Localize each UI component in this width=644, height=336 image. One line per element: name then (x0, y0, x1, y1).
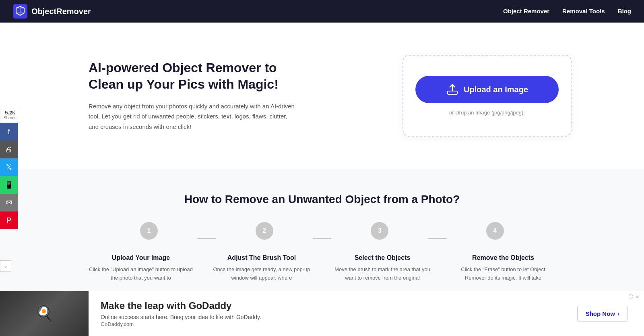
howto-section: How to Remove an Unwanted Object from a … (0, 169, 644, 307)
upload-icon (446, 83, 459, 96)
step-desc-4: Click the "Erase" button to let Object R… (451, 265, 555, 282)
ad-image: 🍳 (0, 291, 89, 307)
hero-description: Remove any object from your photos quick… (89, 101, 298, 132)
step-number-2: 2 (256, 222, 273, 240)
facebook-share-button[interactable]: f (0, 123, 18, 141)
whatsapp-share-button[interactable]: 📱 (0, 176, 18, 194)
step-connector-2-3 (313, 238, 332, 239)
share-count: 5.2k Shares (0, 107, 20, 123)
nav-links: Object Remover Removal Tools Blog (503, 8, 631, 15)
ad-info-icon[interactable]: ⓘ (629, 294, 633, 301)
step-item-2: Adjust The Brush Tool Once the image get… (201, 254, 322, 282)
steps-header-row: 1 2 3 4 (101, 222, 543, 246)
twitter-share-button[interactable]: 𝕏 (0, 158, 18, 176)
ad-food-visual: 🍳 (0, 291, 89, 307)
step-desc-2: Once the image gets ready, a new pop-up … (209, 265, 314, 282)
logo[interactable]: ObjectRemover (13, 4, 91, 19)
ad-text-area: Make the leap with GoDaddy Online succes… (89, 294, 561, 307)
nav-blog[interactable]: Blog (618, 8, 631, 15)
step-number-1: 1 (140, 222, 158, 240)
ad-controls: ⓘ ✕ (629, 294, 640, 301)
upload-box[interactable]: Upload an Image or Drop an Image (jpg/pn… (402, 55, 572, 137)
svg-rect-1 (448, 91, 457, 94)
step-desc-1: Click the "Upload an image" button to up… (89, 265, 193, 282)
step-connector-1-2 (197, 238, 216, 239)
ad-cta-area: Shop Now › (561, 306, 644, 307)
step-connector-3-4 (428, 238, 447, 239)
steps-content-row: Upload Your Image Click the "Upload an i… (80, 254, 564, 282)
hero-section: AI-powered Object Remover to Clean up Yo… (40, 31, 604, 161)
step-desc-3: Move the brush to mark the area that you… (330, 265, 435, 282)
sidebar-collapse-button[interactable]: ⌄ (0, 260, 11, 272)
social-sidebar: 5.2k Shares f 🖨 𝕏 📱 ✉ P (0, 107, 20, 229)
step-title-4: Remove the Objects (472, 254, 534, 261)
step-item-4: Remove the Objects Click the "Erase" but… (443, 254, 564, 282)
ad-title: Make the leap with GoDaddy (101, 300, 549, 307)
nav-removal-tools[interactable]: Removal Tools (562, 8, 605, 15)
logo-text: ObjectRemover (31, 7, 91, 16)
upload-button[interactable]: Upload an Image (415, 76, 559, 103)
ad-close-button[interactable]: ✕ (635, 294, 640, 301)
pinterest-share-button[interactable]: P (0, 212, 18, 229)
hero-text: AI-powered Object Remover to Clean up Yo… (89, 60, 298, 132)
step-item-3: Select the Objects Move the brush to mar… (322, 254, 443, 282)
step-item-1: Upload Your Image Click the "Upload an i… (80, 254, 201, 282)
email-share-button[interactable]: ✉ (0, 194, 18, 212)
howto-title: How to Remove an Unwanted Object from a … (32, 193, 612, 206)
ad-banner: ⓘ ✕ 🍳 Make the leap with GoDaddy Online … (0, 291, 644, 307)
step-header-1: 1 (101, 222, 197, 246)
step-title-1: Upload Your Image (112, 254, 170, 261)
hero-title: AI-powered Object Remover to Clean up Yo… (89, 60, 298, 93)
nav-object-remover[interactable]: Object Remover (503, 8, 549, 15)
shop-now-button[interactable]: Shop Now › (577, 306, 628, 307)
main-nav: ObjectRemover Object Remover Removal Too… (0, 0, 644, 23)
step-header-4: 4 (447, 222, 543, 246)
upload-drop-text: or Drop an Image (jpg/png/jpeg). (449, 110, 525, 116)
step-header-2: 2 (216, 222, 313, 246)
step-title-2: Adjust The Brush Tool (227, 254, 296, 261)
step-title-3: Select the Objects (355, 254, 411, 261)
print-share-button[interactable]: 🖨 (0, 141, 18, 158)
step-header-3: 3 (331, 222, 428, 246)
step-number-3: 3 (371, 222, 388, 240)
logo-icon (13, 4, 27, 19)
step-number-4: 4 (486, 222, 504, 240)
page-wrapper: AI-powered Object Remover to Clean up Yo… (0, 23, 644, 307)
